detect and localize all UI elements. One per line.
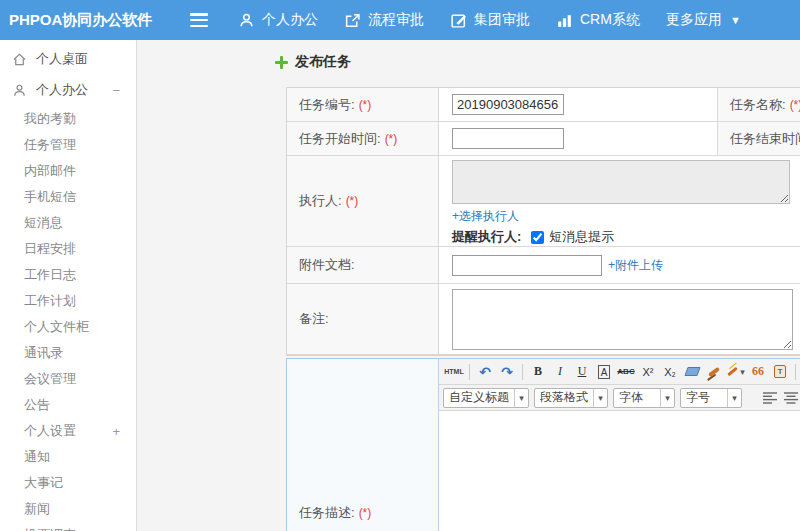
font-family-dropdown[interactable]: 字体 ▾ [613, 388, 675, 408]
paragraph-format-dropdown[interactable]: 段落格式 ▾ [534, 388, 608, 408]
magic-wand-icon [728, 367, 738, 376]
sidebar-item-task-management[interactable]: 任务管理 [0, 132, 136, 158]
custom-title-dropdown[interactable]: 自定义标题 ▾ [443, 388, 529, 408]
task-form-table: 任务编号:(*) 任务名称:(*) 任务开始时间:(*) 任务结束时间:(*) … [286, 87, 800, 356]
app-header: PHPOA协同办公软件 个人办公 流程审批 集团审批 CRM系统 [0, 0, 800, 40]
sidebar-item-personal-settings[interactable]: 个人设置 + [0, 418, 136, 444]
user-icon [238, 12, 255, 29]
sidebar-item-label: 个人桌面 [36, 50, 88, 68]
end-time-label: 任务结束时间:(*) [718, 122, 800, 156]
required-mark: (*) [359, 506, 372, 520]
clipboard-text-icon: T [774, 365, 786, 378]
remind-executor-label: 提醒执行人: [452, 228, 521, 246]
paste-as-text-button[interactable]: T [770, 362, 790, 382]
start-time-input[interactable] [452, 128, 564, 149]
nav-crm-system[interactable]: CRM系统 [556, 11, 640, 29]
sidebar-item-news[interactable]: 新闻 [0, 496, 136, 522]
user-icon [12, 83, 27, 98]
sidebar-item-work-log[interactable]: 工作日志 [0, 262, 136, 288]
sidebar-item-work-plan[interactable]: 工作计划 [0, 288, 136, 314]
top-navigation: 个人办公 流程审批 集团审批 CRM系统 更多应用 ▼ [238, 11, 767, 29]
collapse-icon[interactable]: − [112, 83, 120, 98]
nav-label: 集团审批 [474, 11, 530, 29]
task-description-table: 任务描述:(*) HTML ↶ ↷ B I U A ABC X² X₂ ▾ 66… [286, 358, 800, 531]
remark-textarea[interactable] [452, 289, 793, 350]
task-no-cell [439, 88, 718, 122]
sidebar-item-internal-mail[interactable]: 内部邮件 [0, 158, 136, 184]
choose-executor-link[interactable]: +选择执行人 [452, 208, 519, 225]
nav-label: 流程审批 [368, 11, 424, 29]
main-content: 发布任务 任务编号:(*) 任务名称:(*) 任务开始时间:(*) 任务结束时间… [138, 40, 800, 531]
task-name-label: 任务名称:(*) [718, 88, 800, 122]
subscript-button[interactable]: X₂ [660, 362, 680, 382]
editor-toolbar-row2: 自定义标题 ▾ 段落格式 ▾ 字体 ▾ 字号 ▾ [439, 385, 800, 411]
caret-down-icon: ▼ [730, 14, 741, 26]
format-brush-button[interactable] [704, 362, 724, 382]
sidebar-item-address-book[interactable]: 通讯录 [0, 340, 136, 366]
nav-process-approval[interactable]: 流程审批 [344, 11, 424, 29]
sidebar-item-personal-desktop[interactable]: 个人桌面 [0, 44, 136, 74]
sidebar-item-personal-office[interactable]: 个人办公 − [0, 74, 136, 106]
executor-textarea[interactable] [452, 160, 790, 204]
sidebar-item-vote-survey[interactable]: 投票调查 [0, 522, 136, 531]
chevron-down-icon: ▾ [514, 389, 528, 407]
nav-label: 个人办公 [262, 11, 318, 29]
required-mark: (*) [790, 98, 800, 112]
font-size-dropdown[interactable]: 字号 ▾ [680, 388, 742, 408]
editor-content-area[interactable] [439, 411, 800, 531]
sidebar-item-personal-file-cabinet[interactable]: 个人文件柜 [0, 314, 136, 340]
char-border-button[interactable]: A [594, 362, 614, 382]
nav-personal-office[interactable]: 个人办公 [238, 11, 318, 29]
attachment-upload-link[interactable]: +附件上传 [608, 257, 663, 274]
attachment-label: 附件文档: [287, 247, 439, 284]
attachment-cell: +附件上传 [439, 247, 800, 284]
align-center-button[interactable] [780, 388, 800, 408]
toolbar-separator [522, 364, 523, 380]
toolbar-separator [469, 364, 470, 380]
process-approval-icon [344, 12, 361, 29]
task-no-input[interactable] [452, 94, 564, 115]
italic-button[interactable]: I [550, 362, 570, 382]
expand-icon[interactable]: + [112, 424, 120, 439]
sidebar: 个人桌面 个人办公 − 我的考勤 任务管理 内部邮件 手机短信 短消息 日程安排… [0, 40, 137, 531]
description-label: 任务描述:(*) [287, 359, 439, 531]
auto-typeset-button[interactable]: ▾ [726, 362, 746, 382]
edit-square-icon [450, 12, 467, 29]
remark-label: 备注: [287, 284, 439, 355]
sidebar-item-announcement[interactable]: 公告 [0, 392, 136, 418]
sidebar-item-label: 个人办公 [36, 81, 88, 99]
bold-button[interactable]: B [528, 362, 548, 382]
sidebar-item-mobile-sms[interactable]: 手机短信 [0, 184, 136, 210]
nav-more-apps[interactable]: 更多应用 ▼ [666, 11, 741, 29]
sms-remind-checkbox[interactable] [531, 231, 544, 244]
sidebar-item-my-attendance[interactable]: 我的考勤 [0, 106, 136, 132]
sidebar-item-schedule[interactable]: 日程安排 [0, 236, 136, 262]
nav-label: 更多应用 [666, 11, 722, 29]
alignment-buttons [759, 388, 800, 408]
strikethrough-button[interactable]: ABC [616, 362, 636, 382]
sidebar-item-short-message[interactable]: 短消息 [0, 210, 136, 236]
paintbrush-icon [708, 366, 720, 376]
toolbar-separator [795, 364, 796, 380]
attachment-input[interactable] [452, 255, 602, 276]
sidebar-item-notice[interactable]: 通知 [0, 444, 136, 470]
menu-toggle-button[interactable] [190, 13, 208, 27]
start-time-label: 任务开始时间:(*) [287, 122, 439, 156]
sidebar-item-meeting-management[interactable]: 会议管理 [0, 366, 136, 392]
redo-button[interactable]: ↷ [497, 362, 517, 382]
align-left-button[interactable] [759, 388, 780, 408]
home-icon [12, 52, 27, 67]
superscript-button[interactable]: X² [638, 362, 658, 382]
eraser-button[interactable] [682, 362, 702, 382]
undo-button[interactable]: ↶ [475, 362, 495, 382]
underline-button[interactable]: U [572, 362, 592, 382]
nav-group-approval[interactable]: 集团审批 [450, 11, 530, 29]
editor-toolbar-row1: HTML ↶ ↷ B I U A ABC X² X₂ ▾ 66 T A▾ [439, 359, 800, 385]
caret-down-icon: ▾ [740, 367, 745, 377]
html-source-button[interactable]: HTML [444, 362, 464, 382]
chevron-down-icon: ▾ [660, 389, 674, 407]
required-mark: (*) [359, 98, 372, 112]
chevron-down-icon: ▾ [727, 389, 741, 407]
blockquote-button[interactable]: 66 [748, 362, 768, 382]
sidebar-item-big-events[interactable]: 大事记 [0, 470, 136, 496]
